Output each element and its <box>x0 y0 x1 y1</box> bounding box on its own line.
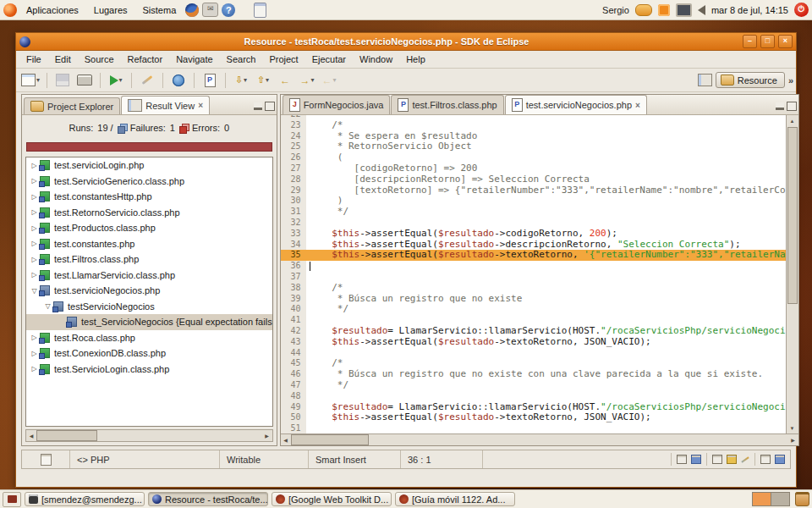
close-button[interactable]: × <box>778 35 793 48</box>
tree-item-test-productos-class-php[interactable]: ▷test.Productos.class.php <box>26 220 272 236</box>
menu-item-file[interactable]: File <box>19 52 48 67</box>
code-line-23[interactable]: 23 /* <box>281 120 786 131</box>
code-line-33[interactable]: 33 $this->assertEqual($resultado->codigo… <box>281 229 786 240</box>
last-edit-button[interactable]: ←▾ <box>319 71 339 90</box>
code-line-50[interactable]: 50 $this->assertEqual($resultado->textoR… <box>281 412 786 423</box>
clipboard-view-icon[interactable] <box>691 455 701 464</box>
scroll-up-icon[interactable]: ▲ <box>787 115 798 126</box>
minimize-editor-icon[interactable] <box>776 102 784 110</box>
perspective-resource-button[interactable]: Resource <box>716 72 785 88</box>
menu-item-source[interactable]: Source <box>78 52 121 67</box>
minimize-view-icon[interactable] <box>254 102 262 110</box>
scroll-right-icon[interactable]: ▶ <box>262 430 272 441</box>
tree-item-test-retornoservicio-class-php[interactable]: ▷test.RetornoServicio.class.php <box>26 205 272 221</box>
run-button[interactable]: ▾ <box>106 71 126 90</box>
scroll-right-icon[interactable]: ▶ <box>788 434 798 445</box>
launch-view-icon[interactable] <box>741 456 749 462</box>
code-line-47[interactable]: 47 */ <box>281 380 786 391</box>
fast-view-icon[interactable] <box>41 454 52 466</box>
code-line-42[interactable]: 42 $resultado= LlamarServicio::llamarSer… <box>281 326 786 337</box>
code-line-36[interactable]: 36 <box>281 261 786 272</box>
menu-item-navigate[interactable]: Navigate <box>169 52 219 67</box>
menu-item-ejecutar[interactable]: Ejecutar <box>305 52 353 67</box>
code-line-46[interactable]: 46 * Búsca un registro que no existe con… <box>281 369 786 380</box>
tree-item-test-serviciogenerico-class-php[interactable]: ▷test.ServicioGenerico.class.php <box>26 174 272 190</box>
ubuntu-logo-icon[interactable] <box>3 3 17 17</box>
scroll-left-icon[interactable]: ◀ <box>26 430 36 441</box>
insert-mode-label[interactable]: Smart Insert <box>309 450 401 468</box>
menu-item-window[interactable]: Window <box>353 52 399 67</box>
workspace-1[interactable] <box>753 493 771 505</box>
code-line-44[interactable]: 44 <box>281 348 786 359</box>
code-line-34[interactable]: 34 $this->assertEqual($resultado->descri… <box>281 240 786 251</box>
lock-view-icon[interactable] <box>727 455 737 464</box>
minimize-button[interactable]: – <box>743 35 757 48</box>
external-tools-button[interactable] <box>137 71 157 90</box>
mail-launcher-icon[interactable]: ✉ <box>202 3 218 17</box>
save-button[interactable] <box>52 71 73 90</box>
code-line-27[interactable]: 27 [codigoRetorno] => 200 <box>281 163 786 174</box>
tree-item-test-constanteshttp-php[interactable]: ▷test.constantesHttp.php <box>26 189 272 205</box>
open-perspective-icon[interactable] <box>698 74 712 86</box>
code-line-39[interactable]: 39 * Búsca un registro que no existe <box>281 294 786 305</box>
user-switch-icon[interactable] <box>635 4 652 16</box>
help-launcher-icon[interactable]: ? <box>222 3 235 17</box>
tree-item-test-servicionegocios-equal-expectation-[interactable]: test_ServicioNegocios {Equal expectation… <box>26 314 272 330</box>
restore-view-icon[interactable] <box>712 455 722 464</box>
code-line-31[interactable]: 31 */ <box>281 207 786 218</box>
restore-view-icon[interactable] <box>677 455 687 464</box>
tree-item-test-servicionegocios-php[interactable]: ▽test.servicioNegocios.php <box>26 283 272 299</box>
code-line-41[interactable]: 41 <box>281 315 786 326</box>
tree-item-test-roca-class-php[interactable]: ▷test.Roca.class.php <box>26 330 272 346</box>
code-line-51[interactable]: 51 <box>281 423 786 433</box>
restore-view-icon[interactable] <box>760 455 771 464</box>
workspace-switcher[interactable] <box>752 492 790 506</box>
hscroll-thumb[interactable] <box>291 434 369 445</box>
tab-close-icon[interactable]: × <box>198 101 203 110</box>
code-line-38[interactable]: 38 /* <box>281 283 786 294</box>
tab-test-filtros-class-php[interactable]: P test.Filtros.class.php <box>391 95 503 114</box>
tab-formnegocios-java[interactable]: J FormNegocios.java <box>283 95 391 114</box>
menu-item-project[interactable]: Project <box>262 52 304 67</box>
taskbar-item-resource-testroca-te[interactable]: Resource - testRoca/te... <box>148 492 268 506</box>
screen-view-icon[interactable] <box>775 455 785 464</box>
code-line-35[interactable]: 35 $this->assertEqual($resultado->textoR… <box>281 250 786 261</box>
code-line-32[interactable]: 32 <box>281 218 786 229</box>
maximize-button[interactable]: □ <box>760 35 775 48</box>
tree-item-test-constantes-php[interactable]: ▷test.constantes.php <box>26 236 272 252</box>
maximize-view-icon[interactable] <box>265 102 275 111</box>
code-line-30[interactable]: 30 ) <box>281 196 786 207</box>
code-line-25[interactable]: 25 * RetornoServicio Object <box>281 141 786 152</box>
next-annotation-button[interactable]: ⇩▾ <box>231 71 251 90</box>
workspace-2[interactable] <box>771 493 789 505</box>
web-browser-button[interactable] <box>168 71 189 90</box>
maximize-editor-icon[interactable] <box>787 102 797 111</box>
editor-vscrollbar[interactable]: ▲ ▼ <box>786 115 798 433</box>
username-label[interactable]: Sergio <box>602 5 629 15</box>
new-php-file-button[interactable]: P <box>200 71 220 90</box>
code-line-24[interactable]: 24 * Se espera en $resultado <box>281 131 786 142</box>
tab-test-servicionegocios-php[interactable]: P test.servicioNegocios.php × <box>505 95 647 114</box>
menu-item-help[interactable]: Help <box>399 52 432 67</box>
previous-annotation-button[interactable]: ⇧▾ <box>253 71 273 90</box>
tab-close-icon[interactable]: × <box>635 101 640 110</box>
tree-item-testservicionegocios[interactable]: ▽testServicioNegocios <box>26 299 272 315</box>
code-line-28[interactable]: 28 [descripcionRetorno] => Seleccion Cor… <box>281 174 786 185</box>
window-titlebar[interactable]: Resource - testRoca/test.servicioNegocio… <box>16 33 796 51</box>
menu-lugares[interactable]: Lugares <box>88 3 134 17</box>
code-line-29[interactable]: 29 [textoRetorno] => {"retailerNumber":"… <box>281 185 786 196</box>
menu-item-search[interactable]: Search <box>220 52 263 67</box>
code-line-43[interactable]: 43 $this->assertEqual($resultado->textoR… <box>281 337 786 348</box>
taskbar-item-gu-a-m-vil-1122-ad[interactable]: [Guía móvil 1122. Ad... <box>395 492 515 506</box>
code-line-45[interactable]: 45 /* <box>281 358 786 369</box>
tree-item-test-serviciologin-class-php[interactable]: ▷test.ServicioLogin.class.php <box>26 362 272 378</box>
menu-item-edit[interactable]: Edit <box>48 52 78 67</box>
left-panel-hscrollbar[interactable]: ◀ ▶ <box>25 429 273 442</box>
scroll-down-icon[interactable]: ▼ <box>787 422 798 433</box>
editor-launcher-icon[interactable] <box>254 3 266 18</box>
new-button[interactable]: ▾ <box>19 71 41 90</box>
power-button[interactable]: ⏻ <box>794 3 809 17</box>
scroll-left-icon[interactable]: ◀ <box>281 434 291 445</box>
code-editor[interactable]: 2223 /*24 * Se espera en $resultado25 * … <box>281 115 786 433</box>
hscroll-thumb[interactable] <box>36 430 97 441</box>
